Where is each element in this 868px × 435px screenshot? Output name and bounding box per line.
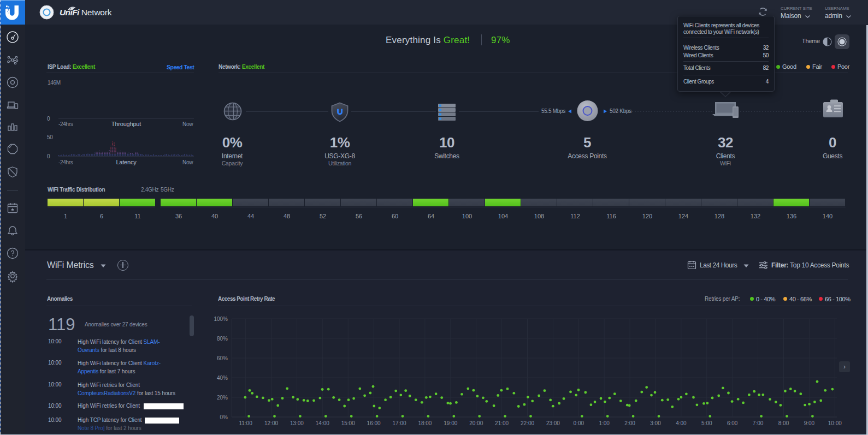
svg-text:13:00: 13:00 (290, 420, 304, 426)
svg-text:16:00: 16:00 (367, 420, 381, 426)
svg-text:20:00: 20:00 (469, 420, 483, 426)
svg-text:10:00: 10:00 (828, 420, 842, 426)
svg-text:9:00: 9:00 (804, 420, 815, 426)
svg-text:23:00: 23:00 (546, 420, 560, 426)
svg-text:3:00: 3:00 (650, 420, 661, 426)
svg-text:60%: 60% (217, 355, 228, 361)
svg-text:100%: 100% (214, 316, 228, 322)
svg-text:8:00: 8:00 (778, 420, 789, 426)
svg-text:12:00: 12:00 (264, 420, 278, 426)
svg-text:11:00: 11:00 (239, 420, 252, 426)
svg-text:40%: 40% (217, 375, 228, 381)
svg-text:0:00: 0:00 (574, 420, 584, 426)
svg-text:0%: 0% (220, 414, 228, 420)
svg-text:14:00: 14:00 (316, 420, 329, 426)
svg-text:80%: 80% (217, 336, 228, 342)
svg-text:1:00: 1:00 (599, 420, 610, 426)
svg-text:17:00: 17:00 (392, 420, 406, 426)
svg-text:2:00: 2:00 (624, 420, 635, 426)
svg-text:20%: 20% (217, 395, 228, 401)
svg-text:6:00: 6:00 (727, 420, 738, 426)
svg-text:18:00: 18:00 (418, 420, 432, 426)
svg-text:21:00: 21:00 (495, 420, 509, 426)
svg-text:22:00: 22:00 (521, 420, 534, 426)
svg-text:7:00: 7:00 (753, 420, 764, 426)
svg-text:4:00: 4:00 (676, 420, 687, 426)
svg-text:5:00: 5:00 (701, 420, 712, 426)
svg-text:19:00: 19:00 (444, 420, 457, 426)
svg-text:15:00: 15:00 (341, 420, 355, 426)
